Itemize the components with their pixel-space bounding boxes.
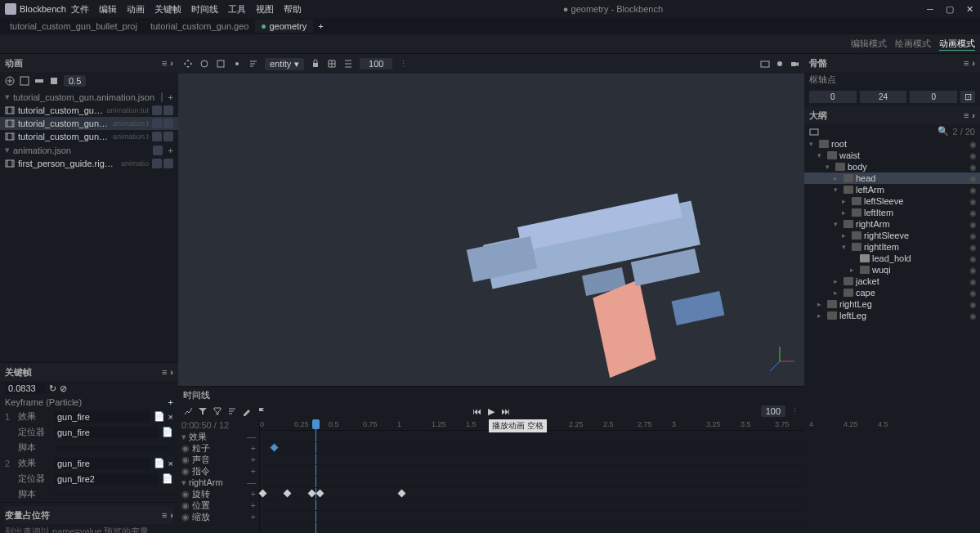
panel-collapse-icon[interactable]: › xyxy=(972,58,975,68)
outliner-item[interactable]: ▸jacket◉ xyxy=(804,275,980,287)
visibility-icon[interactable]: ◉ xyxy=(969,266,977,275)
new-tab-button[interactable]: + xyxy=(313,21,328,31)
sort-icon[interactable] xyxy=(248,59,258,69)
expand-icon[interactable]: ▸ xyxy=(834,174,841,182)
import-anim-icon[interactable] xyxy=(20,76,29,86)
panel-collapse-icon[interactable]: › xyxy=(972,110,975,120)
panel-collapse-icon[interactable]: › xyxy=(170,58,173,68)
viewport-3d[interactable] xyxy=(178,74,804,386)
keyframe-diamond[interactable] xyxy=(259,490,267,498)
outliner-item[interactable]: ▾rightArm◉ xyxy=(804,218,980,230)
visibility-icon[interactable]: ◉ xyxy=(969,174,977,183)
track-toggle-icon[interactable]: ◉ xyxy=(181,455,190,465)
panel-menu-icon[interactable]: ≡ xyxy=(162,58,167,68)
track-add-icon[interactable]: + xyxy=(251,512,256,522)
timeline-row[interactable] xyxy=(260,454,804,465)
track-add-icon[interactable]: + xyxy=(251,489,256,499)
timeline-end-value[interactable]: 100 xyxy=(761,405,785,417)
timeline-track[interactable]: ◉旋转+ xyxy=(178,488,259,499)
tab-0[interactable]: tutorial_custom_gun_bullet_proj xyxy=(3,20,144,33)
menu-view[interactable]: 视图 xyxy=(256,3,274,16)
timeline-track[interactable]: ▾效果— xyxy=(178,431,259,442)
tl-clear-icon[interactable] xyxy=(213,406,222,416)
menu-help[interactable]: 帮助 xyxy=(284,3,302,16)
visibility-icon[interactable]: ◉ xyxy=(969,243,977,252)
play-anim-icon[interactable] xyxy=(152,105,162,115)
tl-edit-icon[interactable] xyxy=(242,406,252,416)
save-file-icon[interactable] xyxy=(161,92,163,102)
add-anim-icon[interactable]: + xyxy=(168,92,173,102)
outliner-item[interactable]: ▸head◉ xyxy=(804,172,980,184)
add-group-icon[interactable] xyxy=(809,127,819,137)
outliner-item[interactable]: ▾rightItem◉ xyxy=(804,241,980,253)
track-toggle-icon[interactable]: ◉ xyxy=(181,443,190,454)
entity-selector[interactable]: entity▾ xyxy=(265,58,304,70)
save-anim-icon[interactable] xyxy=(49,76,59,86)
kf-add-icon[interactable]: + xyxy=(168,397,173,407)
expand-icon[interactable]: ▸ xyxy=(842,197,849,205)
pivot-x-input[interactable] xyxy=(809,91,857,103)
kf-row-value[interactable] xyxy=(54,447,173,449)
anim-file-header[interactable]: ▾animation.json+ xyxy=(0,143,178,157)
track-toggle-icon[interactable]: ◉ xyxy=(181,466,190,477)
timeline-area[interactable]: 00.250.50.7511.251.51.7522.252.52.7533.2… xyxy=(260,419,804,533)
save-anim-icon[interactable] xyxy=(163,105,173,115)
save-file-icon[interactable] xyxy=(153,146,163,155)
outliner-item[interactable]: ▾root◉ xyxy=(804,138,980,150)
tl-flag-icon[interactable] xyxy=(257,406,266,416)
timeline-track[interactable]: ◉缩放+ xyxy=(178,511,259,522)
menu-file[interactable]: 文件 xyxy=(71,3,89,16)
outliner-item[interactable]: ▸leftLeg◉ xyxy=(804,310,980,321)
timeline-track[interactable]: ◉位置+ xyxy=(178,499,259,511)
kf-clear-icon[interactable]: ⊘ xyxy=(60,383,67,394)
tl-filter-icon[interactable] xyxy=(198,406,208,416)
menu-tools[interactable]: 工具 xyxy=(228,3,246,16)
grid-icon[interactable] xyxy=(327,59,337,69)
track-toggle-icon[interactable]: ▾ xyxy=(181,477,186,488)
more-icon[interactable]: ⋮ xyxy=(399,59,408,69)
keyframe-diamond[interactable] xyxy=(316,490,324,498)
track-add-icon[interactable]: + xyxy=(251,455,256,464)
file-icon[interactable]: 📄 xyxy=(154,411,165,422)
track-add-icon[interactable]: + xyxy=(251,443,256,453)
file-icon[interactable]: 📄 xyxy=(162,473,173,484)
track-add-icon[interactable]: + xyxy=(251,466,256,476)
timeline-row[interactable] xyxy=(260,477,804,488)
track-toggle-icon[interactable]: ◉ xyxy=(181,500,190,511)
align-icon[interactable] xyxy=(343,59,353,69)
timeline-track[interactable]: ◉声音+ xyxy=(178,454,259,465)
panel-menu-icon[interactable]: ≡ xyxy=(964,58,969,68)
kf-row-value[interactable]: gun_fire xyxy=(54,411,150,423)
panel-menu-icon[interactable]: ≡ xyxy=(964,110,969,120)
keyframe-diamond[interactable] xyxy=(308,490,316,498)
menu-timeline[interactable]: 时间线 xyxy=(191,3,218,16)
tab-1[interactable]: tutorial_custom_gun.geo xyxy=(144,20,255,33)
timeline-track[interactable]: ◉粒子+ xyxy=(178,442,259,454)
tab-2[interactable]: geometry xyxy=(255,20,313,33)
timeline-row[interactable] xyxy=(260,442,804,454)
play-icon[interactable]: ▶ xyxy=(488,406,494,417)
camera-icon[interactable] xyxy=(790,59,799,69)
outliner-item[interactable]: ▾waist◉ xyxy=(804,150,980,161)
kf-row-value[interactable]: gun_fire xyxy=(54,458,150,469)
expand-icon[interactable]: ▸ xyxy=(817,300,825,308)
outliner-item[interactable]: ▸rightLeg◉ xyxy=(804,298,980,310)
anim-item[interactable]: tutorial_custom_gun.hold_first_personani… xyxy=(0,104,178,117)
visibility-icon[interactable]: ◉ xyxy=(969,151,977,160)
pivot-tool-icon[interactable] xyxy=(232,59,242,69)
pivot-y-input[interactable] xyxy=(860,91,907,103)
mode-anim[interactable]: 动画模式 xyxy=(939,38,975,51)
outliner-item[interactable]: ▸leftSleeve◉ xyxy=(804,195,980,207)
visibility-icon[interactable]: ◉ xyxy=(969,197,977,206)
outliner-search-icon[interactable]: 🔍 xyxy=(822,126,949,137)
visibility-icon[interactable]: ◉ xyxy=(969,220,977,229)
menu-edit[interactable]: 编辑 xyxy=(99,3,117,16)
panel-menu-icon[interactable]: ≡ xyxy=(162,367,167,377)
jump-start-icon[interactable]: ⏮ xyxy=(472,406,481,417)
panel-collapse-icon[interactable]: › xyxy=(170,510,173,520)
maximize-button[interactable]: ▢ xyxy=(944,4,955,15)
anim-file-header[interactable]: ▾tutorial_custom_gun.animation.json+ xyxy=(0,90,178,104)
panel-collapse-icon[interactable]: › xyxy=(170,367,173,377)
visibility-icon[interactable]: ◉ xyxy=(969,208,977,217)
outliner-item[interactable]: ▾body◉ xyxy=(804,161,980,172)
